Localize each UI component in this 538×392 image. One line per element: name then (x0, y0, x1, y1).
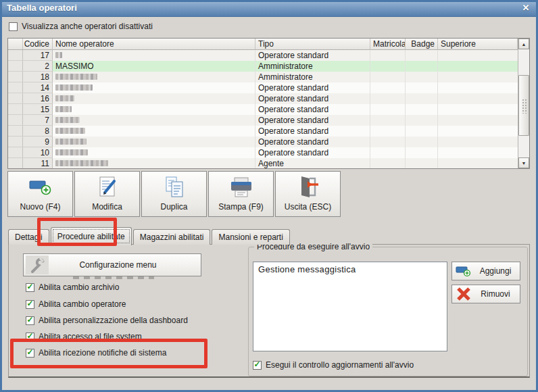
checkbox-abilita-cambio-operatore[interactable]: ✓ Abilita cambio operatore (26, 299, 126, 309)
checkbox-box[interactable]: ✓ (26, 283, 34, 292)
cell-codice: 11 (8, 158, 53, 168)
aggiungi-button[interactable]: Aggiungi (451, 262, 520, 280)
cell-codice: 7 (8, 115, 53, 126)
tab-magazzini-abilitati[interactable]: Magazzini abilitati (133, 229, 211, 245)
redacted-name (55, 95, 74, 101)
redacted-name (55, 52, 62, 58)
checkbox-box[interactable]: ✓ (26, 300, 34, 309)
cell-tipo: Operatore standard (255, 126, 370, 137)
redacted-name (55, 139, 87, 145)
redacted-name (55, 128, 85, 134)
tab-label: Dettagli (15, 232, 43, 242)
new-record-icon (27, 172, 54, 202)
cell-nome (53, 126, 255, 137)
table-row[interactable]: 8 Operatore standard (8, 126, 518, 137)
checkbox-abilita-cambio-archivio[interactable]: ✓ Abilita cambio archivio (26, 283, 119, 292)
checkbox-box[interactable]: ✓ (253, 361, 262, 370)
column-header-nome[interactable]: Nome operatore (53, 39, 255, 50)
redacted-name (55, 160, 108, 166)
checkbox-abilita-ricezione-notifiche[interactable]: ✓ Abilita ricezione notifiche di sistema (26, 348, 166, 358)
table-row[interactable]: 2 MASSIMO Amministratore (8, 61, 518, 72)
table-row[interactable]: 10 Operatore standard (8, 147, 518, 158)
checkbox-box[interactable]: ✓ (26, 349, 34, 358)
cell-codice: 15 (8, 104, 53, 115)
column-header-codice[interactable]: Codice (8, 39, 53, 50)
column-header-tipo[interactable]: Tipo (255, 39, 370, 50)
checkbox-abilita-personalizzazione-dashboard[interactable]: ✓ Abilita personalizzazione della dashbo… (26, 316, 188, 325)
uscita-button[interactable]: Uscita (ESC) (275, 171, 341, 217)
scroll-up-icon[interactable]: ▲ (518, 39, 529, 49)
stampa-button[interactable]: Stampa (F9) (208, 171, 274, 217)
vertical-scrollbar[interactable]: ▲ ▼ (518, 39, 529, 168)
button-label: Duplica (160, 202, 187, 212)
operators-grid: Codice Nome operatore Tipo Matricola Bad… (7, 38, 530, 169)
cell-codice: 14 (8, 82, 53, 93)
cell-tipo: Operatore standard (255, 137, 370, 147)
cell-tipo: Operatore standard (255, 93, 370, 104)
table-row[interactable]: 18 Amministratore (8, 72, 518, 82)
checkbox-label: Abilita cambio operatore (39, 299, 126, 309)
checkbox-box[interactable]: ✓ (26, 333, 34, 341)
rimuovi-button[interactable]: Rimuovi (451, 285, 520, 303)
edit-icon (95, 172, 120, 202)
table-row[interactable]: 17 Operatore standard (8, 50, 518, 61)
table-row[interactable]: 15 Operatore standard (8, 104, 518, 115)
tab-dettagli[interactable]: Dettagli (8, 229, 49, 245)
cell-badge (406, 50, 438, 61)
title-bar[interactable]: Tabella operatori ✕ (0, 0, 538, 17)
cell-superiore (438, 61, 518, 72)
cell-matricola (370, 72, 406, 82)
cell-badge (406, 104, 438, 115)
cell-nome (53, 93, 255, 104)
scrollbar-thumb[interactable] (518, 75, 529, 136)
tab-procedure-abilitate[interactable]: Procedure abilitate (51, 227, 132, 245)
tab-mansioni-e-reparti[interactable]: Mansioni e reparti (212, 229, 289, 245)
cell-nome (53, 50, 255, 61)
cell-badge (406, 115, 438, 126)
table-row[interactable]: 11 Agente (8, 158, 518, 168)
tab-label: Magazzini abilitati (140, 232, 204, 242)
cell-badge (406, 137, 438, 147)
cell-tipo: Operatore standard (255, 104, 370, 115)
configurazione-menu-button[interactable]: Configurazione menu (23, 253, 201, 276)
table-row[interactable]: 14 Operatore standard (8, 82, 518, 93)
nuovo-button[interactable]: Nuovo (F4) (7, 171, 73, 217)
procedure-avvio-group: Procedure da eseguire all'avvio Gestione… (248, 247, 528, 376)
table-row[interactable]: 9 Operatore standard (8, 137, 518, 147)
redacted-name (55, 74, 97, 80)
cell-nome (53, 137, 255, 147)
table-row[interactable]: 16 Operatore standard (8, 93, 518, 104)
cell-superiore (438, 50, 518, 61)
cell-superiore (438, 126, 518, 137)
toolbar: Nuovo (F4) Modifica Duplica Stampa (F9) … (7, 171, 341, 217)
redacted-name (55, 149, 88, 155)
window-title: Tabella operatori (7, 3, 77, 13)
cell-badge (406, 82, 438, 93)
checkbox-box[interactable]: ✓ (26, 316, 34, 325)
wrench-icon (26, 255, 49, 274)
scroll-down-icon[interactable]: ▼ (518, 157, 529, 168)
column-header-badge[interactable]: Badge (406, 39, 438, 50)
button-label: Stampa (F9) (218, 202, 264, 212)
cell-matricola (370, 137, 406, 147)
column-header-superiore[interactable]: Superiore (438, 39, 518, 50)
modifica-button[interactable]: Modifica (74, 171, 140, 217)
checkbox-box[interactable]: ✓ (9, 22, 18, 31)
checkbox-abilita-accesso-file-system[interactable]: ✓ Abilita accesso al file system (26, 332, 142, 341)
table-row[interactable]: 7 Operatore standard (8, 115, 518, 126)
checkbox-label: Abilita ricezione notifiche di sistema (39, 348, 166, 358)
column-header-matricola[interactable]: Matricola (370, 39, 406, 50)
startup-procedures-listbox[interactable]: Gestione messaggistica (253, 262, 447, 351)
cell-tipo: Amministratore (255, 61, 370, 72)
check-icon: ✓ (26, 300, 33, 308)
check-icon: ✓ (26, 283, 33, 291)
list-item[interactable]: Gestione messaggistica (253, 262, 447, 276)
cell-tipo: Operatore standard (255, 82, 370, 93)
close-icon[interactable]: ✕ (520, 2, 532, 14)
duplica-button[interactable]: Duplica (141, 171, 207, 217)
checkbox-esegui-controllo-aggiornamenti[interactable]: ✓ Esegui il controllo aggiornamenti all'… (253, 360, 414, 370)
cell-badge (406, 72, 438, 82)
button-label: Nuovo (F4) (20, 202, 60, 212)
checkbox-visualizza-disattivati[interactable]: ✓ Visualizza anche operatori disattivati (9, 22, 153, 31)
check-icon: ✓ (253, 361, 260, 368)
